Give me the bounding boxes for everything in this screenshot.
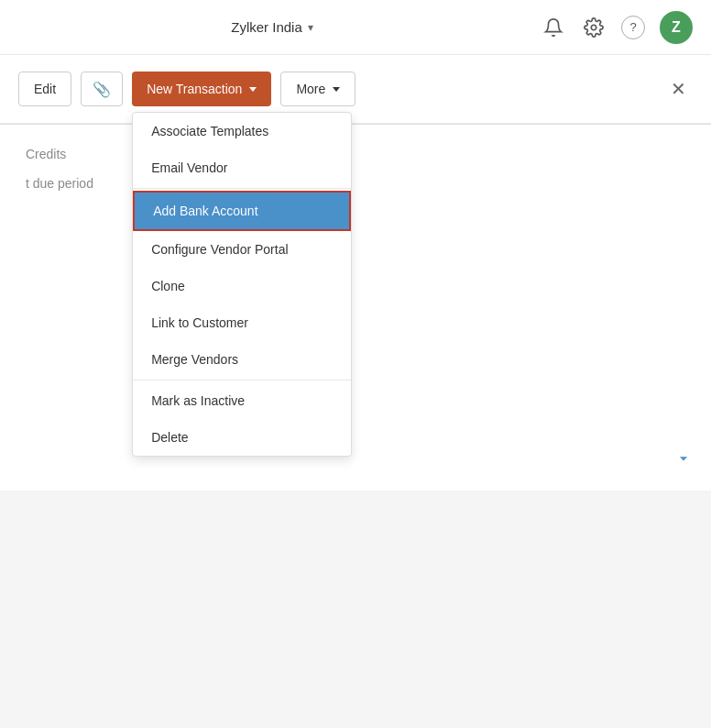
- divider-1: [133, 188, 351, 189]
- link-to-customer-item[interactable]: Link to Customer: [133, 304, 351, 341]
- content-area: Credits ₹0.00 t due period Due d: [0, 124, 711, 491]
- svg-point-0: [591, 25, 596, 30]
- brand-chevron-icon: ▾: [308, 21, 313, 34]
- new-transaction-dropdown: New Transaction Associate Templates Emai…: [132, 72, 271, 106]
- due-period-row: t due period Due d: [26, 176, 685, 191]
- new-transaction-button[interactable]: New Transaction: [132, 72, 271, 106]
- configure-vendor-portal-item[interactable]: Configure Vendor Portal: [133, 231, 351, 268]
- toolbar: Edit 📎 New Transaction Associate Templat…: [0, 55, 711, 124]
- brand[interactable]: Zylker India ▾: [231, 19, 313, 35]
- more-button[interactable]: More: [280, 72, 356, 106]
- email-vendor-item[interactable]: Email Vendor: [133, 149, 351, 186]
- divider-2: [133, 380, 351, 381]
- navbar: Zylker India ▾ ? Z: [0, 0, 711, 55]
- brand-name: Zylker India: [231, 19, 302, 35]
- new-transaction-menu: Associate Templates Email Vendor Add Ban…: [132, 112, 352, 457]
- new-transaction-chevron-icon: [249, 87, 257, 92]
- more-chevron-icon: [333, 87, 340, 92]
- clone-item[interactable]: Clone: [133, 268, 351, 304]
- edit-button[interactable]: Edit: [18, 72, 71, 106]
- merge-vendors-item[interactable]: Merge Vendors: [133, 341, 351, 378]
- add-bank-account-item[interactable]: Add Bank Account: [133, 191, 351, 231]
- help-icon[interactable]: ?: [621, 16, 645, 39]
- mark-inactive-item[interactable]: Mark as Inactive: [133, 382, 351, 419]
- credits-label: Credits: [26, 147, 136, 161]
- delete-item[interactable]: Delete: [133, 419, 351, 456]
- scroll-down-icon[interactable]: [674, 449, 693, 472]
- due-period-label: t due period: [26, 176, 136, 191]
- credits-row: Credits ₹0.00: [26, 147, 685, 161]
- notification-icon[interactable]: [541, 15, 566, 40]
- associate-templates-item[interactable]: Associate Templates: [133, 113, 351, 149]
- attach-button[interactable]: 📎: [81, 72, 123, 106]
- close-button[interactable]: ✕: [663, 74, 693, 104]
- paperclip-icon: 📎: [93, 81, 111, 98]
- settings-icon[interactable]: [581, 15, 607, 40]
- user-avatar[interactable]: Z: [660, 11, 693, 44]
